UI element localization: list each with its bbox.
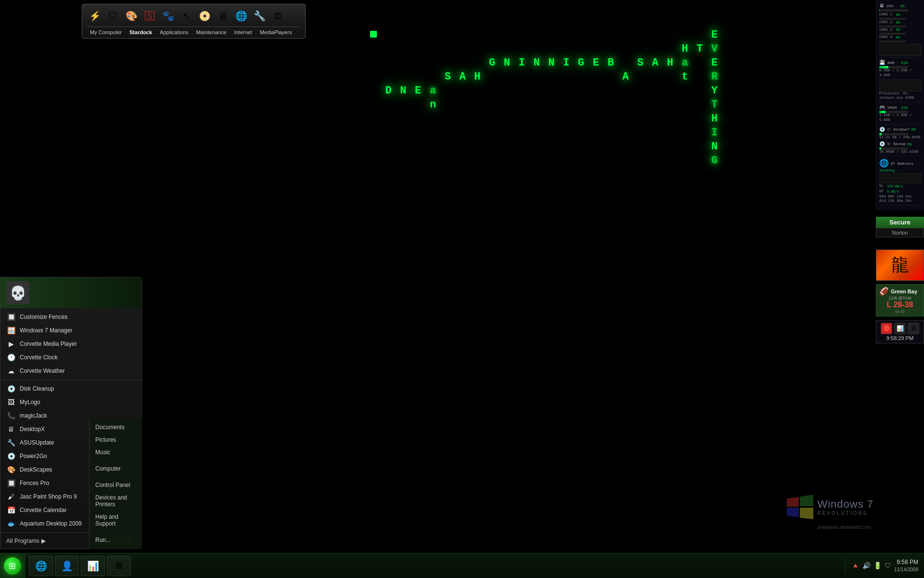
shortcut-help-support[interactable]: Help and Support bbox=[90, 511, 142, 530]
start-orb-icon: ⊞ bbox=[4, 557, 21, 575]
toolbar-icon-6[interactable]: 📀 bbox=[196, 7, 213, 25]
tray-network-icon[interactable]: 🔺 bbox=[851, 562, 860, 569]
up-label: UP bbox=[879, 189, 884, 194]
shortcut-pictures[interactable]: Pictures bbox=[90, 434, 142, 446]
toolbar-icon-2[interactable]: 🛡 bbox=[104, 7, 122, 25]
toolbar-icon-7[interactable]: 🖥 bbox=[214, 7, 231, 25]
norton-secure-button[interactable]: Secure bbox=[876, 217, 924, 228]
core3-bar bbox=[879, 33, 906, 35]
start-item-corvette-media[interactable]: ▶ Corvette Media Player bbox=[0, 337, 141, 351]
taskbar-item-3[interactable]: 📊 bbox=[81, 556, 105, 576]
ram-graph bbox=[879, 79, 922, 92]
start-menu-header: 💀 bbox=[0, 277, 141, 308]
processes-label: Processes: 61 bbox=[879, 92, 921, 96]
taskbar-item-4[interactable]: 🖥 bbox=[107, 556, 131, 576]
taskbar-date: 11/14/2009 bbox=[894, 566, 918, 573]
toolbar-icon-5[interactable]: 🐾 bbox=[159, 7, 177, 25]
toolbar-nav-applications[interactable]: Applications bbox=[156, 28, 192, 36]
c-drive-icon: 💿 bbox=[879, 127, 885, 132]
dragon-icon: 龍 bbox=[891, 253, 909, 277]
toolbar-icon-4[interactable]: 🅂 bbox=[141, 7, 158, 25]
uptime2: 01d 13h 35m 29s bbox=[879, 199, 921, 204]
toolbar-nav-internet[interactable]: Internet bbox=[230, 28, 256, 36]
toolbar-icon-3[interactable]: 🎨 bbox=[123, 7, 140, 25]
tray-icon-3[interactable]: 🖥 bbox=[908, 323, 919, 334]
taskbar-time: 9:58 PM bbox=[894, 558, 918, 566]
toolbar-icons: ⚡ 🛡 🎨 🅂 🐾 ↖ 📀 🖥 🌐 🔧 ⚙ bbox=[86, 7, 301, 25]
start-item-icon-12: 🔲 bbox=[6, 478, 16, 488]
taskbar-item-1[interactable]: 🌐 bbox=[29, 556, 53, 576]
ram-label: RAM bbox=[887, 61, 899, 65]
tray-icons-widget: 🛑 📊 🖥 9:58:29 PM bbox=[876, 320, 924, 343]
taskbar-item-2[interactable]: 👤 bbox=[55, 556, 79, 576]
g-drive-detail: 20.86GB / 331.52GB bbox=[879, 150, 921, 155]
greenbay-sports-widget: 🏈 Green Bay 11/8 @TAM L 28-38 (4-4) bbox=[876, 284, 924, 316]
cpu-bar-fill bbox=[879, 9, 880, 12]
shortcut-computer[interactable]: Computer bbox=[90, 462, 142, 475]
toolbar-icon-9[interactable]: 🔧 bbox=[251, 7, 268, 25]
start-button[interactable]: ⊞ bbox=[0, 553, 25, 578]
dragon-image-widget: 龍 bbox=[876, 250, 924, 281]
up-val: 0.0B/s bbox=[887, 190, 899, 194]
toolbar-icon-8[interactable]: 🌐 bbox=[232, 7, 250, 25]
norton-brand-label: Norton bbox=[876, 228, 924, 237]
ip-label: IP Address bbox=[890, 161, 913, 166]
network-graph bbox=[879, 173, 922, 183]
start-item-icon-5: 💿 bbox=[6, 384, 16, 394]
shortcut-devices-printers[interactable]: Devices and Printers bbox=[90, 491, 142, 511]
start-item-mylogo[interactable]: 🖼 MyLogo bbox=[0, 395, 141, 409]
dl-label: DL bbox=[879, 184, 884, 189]
start-item-icon-9: 🔧 bbox=[6, 438, 16, 447]
start-menu-divider bbox=[0, 380, 141, 380]
toolbar-nav-stardock[interactable]: Stardock bbox=[126, 28, 156, 36]
shortcut-documents[interactable]: Documents bbox=[90, 421, 142, 434]
start-item-customize-fences[interactable]: 🔲 Customize Fences bbox=[0, 310, 141, 324]
core1-val: 0% bbox=[894, 13, 900, 17]
core3-val: 0% bbox=[894, 28, 900, 32]
shortcut-run[interactable]: Run... bbox=[90, 534, 142, 546]
start-item-icon-13: 🖌 bbox=[6, 492, 16, 501]
right-shortcuts-panel: Documents Pictures Music Computer Contro… bbox=[89, 418, 142, 549]
start-item-corvette-clock[interactable]: 🕐 Corvette Clock bbox=[0, 351, 141, 364]
tray-volume-icon[interactable]: 🔊 bbox=[862, 562, 871, 569]
core1-bar bbox=[879, 18, 906, 20]
toolbar-icon-1[interactable]: ⚡ bbox=[86, 7, 103, 25]
start-item-corvette-weather[interactable]: ☁ Corvette Weather bbox=[0, 364, 141, 378]
greenbay-record: (4-4) bbox=[879, 309, 921, 314]
toolbar-nav-mediaplayers[interactable]: MediaPlayers bbox=[256, 28, 296, 36]
start-item-disk-cleanup[interactable]: 💿 Disk Cleanup bbox=[0, 382, 141, 395]
shortcut-control-panel[interactable]: Control Panel bbox=[90, 479, 142, 491]
windows-flag-icon bbox=[787, 494, 813, 520]
uptime1: 00d 00h 13m 54s bbox=[879, 195, 921, 199]
start-item-icon-3: 🕐 bbox=[6, 353, 16, 362]
tray-widget-time: 9:58:29 PM bbox=[886, 335, 913, 341]
shortcut-music[interactable]: Music bbox=[90, 446, 142, 459]
matrix-center-text: EVERYTHING T Hat H A S A B E G I N N I N… bbox=[366, 29, 721, 169]
win7-subtitle: REVOLUTIONS bbox=[817, 511, 873, 516]
process-detail: svchost.exe 63MB bbox=[879, 96, 921, 101]
system-monitor-panel: 🖥 CPU 1% CORE 1 0% CORE 2 0% CORE 3 0% C… bbox=[876, 0, 924, 210]
toolbar-nav-maintenance[interactable]: Maintenance bbox=[192, 28, 230, 36]
toolbar-nav-mycomputer[interactable]: My Computer bbox=[86, 28, 126, 36]
c-drive-detail: 15.21 GB / 200.00GB bbox=[879, 135, 921, 140]
tray-power-icon[interactable]: 🔋 bbox=[873, 562, 882, 569]
core4-label: CORE 4 bbox=[879, 35, 892, 40]
ram-icon: 💾 bbox=[879, 60, 885, 66]
core2-val: 0% bbox=[894, 21, 900, 25]
start-item-icon-2: ▶ bbox=[6, 339, 16, 349]
all-programs-button[interactable]: All Programs ▶ bbox=[6, 538, 46, 544]
core2-label: CORE 2 bbox=[879, 20, 892, 25]
greenbay-score: L 28-38 bbox=[879, 301, 921, 309]
c-drive-val: 8% bbox=[911, 127, 916, 131]
cpu-bar bbox=[879, 9, 908, 12]
taskbar-clock[interactable]: 9:58 PM 11/14/2009 bbox=[894, 558, 918, 573]
start-item-icon-1: 🪟 bbox=[6, 326, 16, 335]
vram-value: 22% bbox=[901, 105, 908, 110]
globe-icon: 🌐 bbox=[879, 158, 889, 168]
toolbar-icon-10[interactable]: ⚙ bbox=[269, 7, 286, 25]
toolbar-icon-cursor[interactable]: ↖ bbox=[178, 7, 195, 25]
tray-icon-1[interactable]: 🛑 bbox=[881, 323, 892, 334]
tray-icon-2[interactable]: 📊 bbox=[894, 323, 906, 334]
tray-security-icon[interactable]: 🛡 bbox=[885, 562, 891, 569]
start-item-windows7-manager[interactable]: 🪟 Windows 7 Manager bbox=[0, 324, 141, 337]
